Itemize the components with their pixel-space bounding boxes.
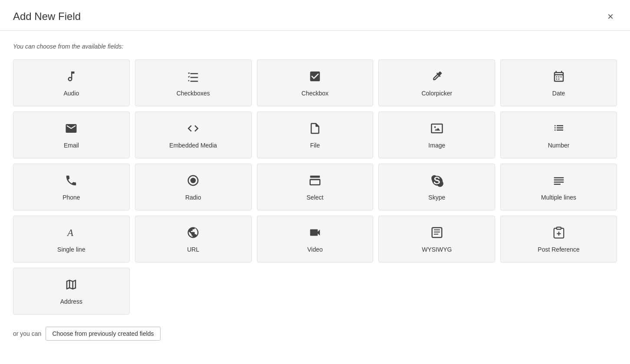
field-phone[interactable]: Phone [13,164,130,210]
field-embedded-media[interactable]: Embedded Media [135,111,252,158]
wysiwyg-icon [430,226,443,241]
field-colorpicker[interactable]: Colorpicker [378,59,495,106]
date-icon [552,70,565,85]
url-icon [187,226,200,241]
field-checkboxes[interactable]: Checkboxes [135,59,252,106]
post-reference-icon [552,226,565,241]
colorpicker-label: Colorpicker [421,89,452,97]
select-icon [308,174,322,189]
date-label: Date [552,89,565,97]
footer-row: or you can Choose from previously create… [13,327,617,341]
multiple-lines-icon [552,174,565,189]
image-icon [430,122,443,137]
number-label: Number [548,141,570,149]
close-button[interactable]: × [604,10,617,23]
field-video[interactable]: Video [257,216,374,262]
embedded-media-label: Embedded Media [169,141,217,149]
video-icon [308,226,322,241]
number-icon [552,122,565,137]
modal-title: Add New Field [13,10,81,23]
phone-icon [65,174,78,189]
audio-icon [65,70,78,85]
field-file[interactable]: File [257,111,374,158]
field-select[interactable]: Select [257,164,374,210]
svg-point-2 [190,178,196,184]
field-post-reference[interactable]: Post Reference [500,216,617,262]
subtitle: You can choose from the available fields… [13,43,617,50]
colorpicker-icon [430,70,443,85]
single-line-icon: A [65,226,78,241]
radio-label: Radio [185,193,201,201]
select-label: Select [307,193,324,201]
modal-body: You can choose from the available fields… [0,31,630,354]
choose-from-fields-button[interactable]: Choose from previously created fields [46,327,160,341]
phone-label: Phone [62,193,80,201]
field-wysiwyg[interactable]: WYSIWYG [378,216,495,262]
field-address[interactable]: Address [13,268,130,315]
address-icon [65,278,78,293]
embedded-media-icon [187,122,200,137]
url-label: URL [187,246,199,253]
radio-icon [187,174,200,189]
field-single-line[interactable]: A Single line [13,216,130,262]
footer-or-text: or you can [13,330,41,337]
multiple-lines-label: Multiple lines [541,193,576,201]
file-icon [308,122,322,137]
modal-header: Add New Field × [0,0,630,31]
field-radio[interactable]: Radio [135,164,252,210]
checkboxes-icon [187,70,200,85]
field-email[interactable]: Email [13,111,130,158]
field-skype[interactable]: Skype [378,164,495,210]
field-audio[interactable]: Audio [13,59,130,106]
email-label: Email [64,141,79,149]
wysiwyg-label: WYSIWYG [422,246,452,253]
email-icon [65,122,78,137]
fields-grid: Audio Checkboxes Checkbox [13,59,617,315]
checkboxes-label: Checkboxes [177,89,210,97]
svg-point-0 [434,126,436,128]
checkbox-label: Checkbox [302,89,328,97]
skype-label: Skype [428,193,445,201]
audio-label: Audio [63,89,79,97]
field-url[interactable]: URL [135,216,252,262]
single-line-label: Single line [57,246,85,253]
checkbox-icon [308,70,322,85]
post-reference-label: Post Reference [538,246,580,253]
field-checkbox[interactable]: Checkbox [257,59,374,106]
field-image[interactable]: Image [378,111,495,158]
field-date[interactable]: Date [500,59,617,106]
svg-rect-6 [432,228,442,238]
add-new-field-modal: Add New Field × You can choose from the … [0,0,630,364]
video-label: Video [307,246,323,253]
svg-rect-3 [310,176,320,178]
field-multiple-lines[interactable]: Multiple lines [500,164,617,210]
svg-text:A: A [67,227,74,238]
image-label: Image [428,141,445,149]
file-label: File [310,141,320,149]
field-number[interactable]: Number [500,111,617,158]
address-label: Address [60,298,82,305]
skype-icon [430,174,443,189]
